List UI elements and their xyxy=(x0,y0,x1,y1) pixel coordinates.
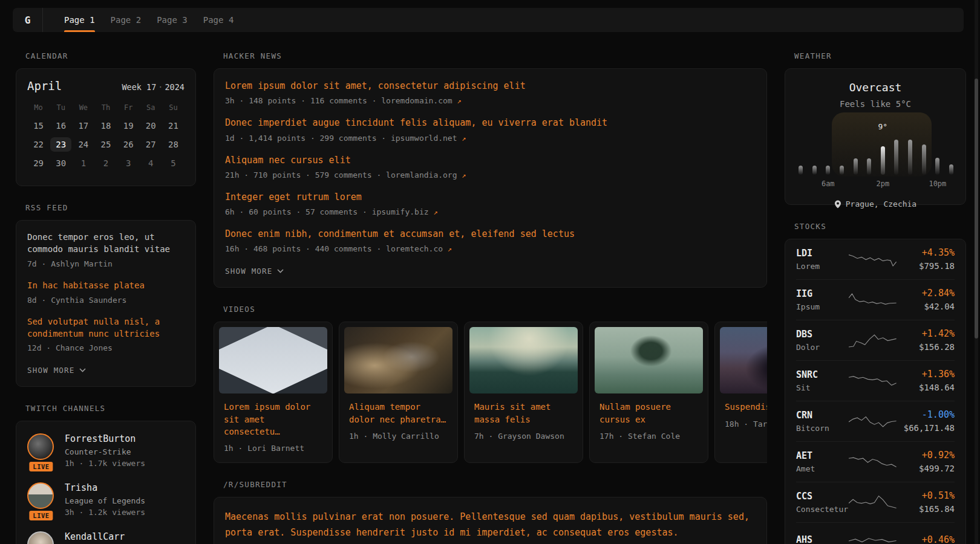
calendar-date-next-month[interactable]: 4 xyxy=(140,158,162,168)
video-card[interactable]: Nullam posuere cursus ex 17h · Stefan Co… xyxy=(589,322,708,463)
calendar-date[interactable]: 17 xyxy=(72,121,94,131)
calendar-date[interactable]: 29 xyxy=(27,158,50,168)
stock-row[interactable]: AET Amet +0.92% $499.72 xyxy=(796,442,955,482)
hn-item-title[interactable]: Donec imperdiet augue tincidunt felis al… xyxy=(225,117,756,129)
stocks-widget: LDI Lorem +4.35% $795.18 IIG Ipsum xyxy=(785,239,966,544)
stock-change: +2.84% xyxy=(897,288,955,299)
hn-item-source-link[interactable]: ipsumify.biz xyxy=(372,207,429,216)
calendar-grid: Mo Tu We Th Fr Sa Su 15 16 17 18 19 20 2… xyxy=(27,103,185,168)
stock-id: CCS Consectetur xyxy=(796,491,849,514)
video-card[interactable]: Lorem ipsum dolor sit amet consectetu… 1… xyxy=(214,322,333,463)
stock-price: $165.84 xyxy=(897,504,955,514)
calendar-date-next-month[interactable]: 1 xyxy=(72,158,94,168)
stock-id: CRN Bitcorn xyxy=(796,410,849,433)
calendar-date[interactable]: 21 xyxy=(162,121,185,131)
external-link-icon: ↗ xyxy=(457,97,462,105)
channel-name[interactable]: KendallCarr xyxy=(65,531,125,542)
video-meta: 7h · Grayson Dawson xyxy=(474,432,573,441)
calendar-date[interactable]: 19 xyxy=(117,121,140,131)
calendar-date[interactable]: 28 xyxy=(162,140,185,149)
hn-item-meta: 21h · 710 points · 579 comments · loreml… xyxy=(225,170,756,180)
left-column: CALENDAR April Week 17·2024 Mo Tu We Th … xyxy=(16,51,196,544)
tab-page-1[interactable]: Page 1 xyxy=(56,8,103,32)
hn-item-title[interactable]: Integer eget rutrum lorem xyxy=(225,191,756,204)
rss-item-meta: 8d · Cynthia Saunders xyxy=(27,296,185,305)
video-title[interactable]: Mauris sit amet massa felis xyxy=(474,401,573,426)
rss-item-title[interactable]: Donec tempor eros leo, ut commodo mauris… xyxy=(27,232,185,256)
hn-item-source-link[interactable]: loremtech.co xyxy=(386,244,443,253)
twitch-heading: TWITCH CHANNELS xyxy=(16,404,196,413)
video-card[interactable]: Suspendisse diam 18h · Tara xyxy=(714,322,767,463)
hn-item-title[interactable]: Donec enim nibh, condimentum et accumsan… xyxy=(225,228,756,241)
weather-condition: Overcast xyxy=(799,81,952,94)
app-logo[interactable]: G xyxy=(13,8,43,32)
video-title[interactable]: Lorem ipsum dolor sit amet consectetu… xyxy=(224,401,322,438)
rss-show-more-button[interactable]: SHOW MORE xyxy=(27,366,86,375)
video-thumbnail[interactable] xyxy=(595,327,703,393)
calendar-week-label: Week 17 xyxy=(122,82,156,92)
stock-row[interactable]: DBS Dolor +1.42% $156.28 xyxy=(796,320,955,361)
video-thumbnail[interactable] xyxy=(344,327,452,393)
stock-row[interactable]: CRN Bitcorn -1.00% $66,171.48 xyxy=(796,401,955,442)
channel-name[interactable]: ForrestBurton xyxy=(65,433,145,444)
stock-values: +2.84% $42.04 xyxy=(897,288,955,311)
calendar-date[interactable]: 26 xyxy=(117,140,140,149)
calendar-date-next-month[interactable]: 3 xyxy=(117,158,140,168)
calendar-date[interactable]: 22 xyxy=(27,140,50,149)
calendar-date[interactable]: 30 xyxy=(50,158,72,168)
video-card[interactable]: Mauris sit amet massa felis 7h · Grayson… xyxy=(464,322,583,463)
video-thumbnail[interactable] xyxy=(469,327,578,393)
reddit-post-title[interactable]: Maecenas mollis pulvinar erat non posuer… xyxy=(225,510,756,540)
rss-item-title[interactable]: Sed volutpat nulla nisl, a condimentum n… xyxy=(27,316,185,340)
twitch-channel-row[interactable]: LIVE Trisha League of Legends 3h · 1.2k … xyxy=(27,482,185,517)
hn-item-source-link[interactable]: ipsumworld.net xyxy=(391,134,457,143)
stock-name: Sit xyxy=(796,383,849,392)
calendar-date[interactable]: 20 xyxy=(140,121,162,131)
video-title[interactable]: Nullam posuere cursus ex xyxy=(599,401,698,426)
stock-row[interactable]: AHS +0.46% xyxy=(796,523,955,544)
video-card[interactable]: Aliquam tempor dolor nec pharetra… 1h · … xyxy=(339,322,458,463)
stock-row[interactable]: CCS Consectetur +0.51% $165.84 xyxy=(796,482,955,523)
rss-item-title[interactable]: In hac habitasse platea xyxy=(27,280,185,292)
calendar-date-next-month[interactable]: 5 xyxy=(162,158,185,168)
hn-item: Integer eget rutrum lorem 6h · 60 points… xyxy=(225,191,756,216)
subreddit-section: /R/SUBREDDIT Maecenas mollis pulvinar er… xyxy=(214,480,767,544)
calendar-date[interactable]: 16 xyxy=(50,121,72,131)
calendar-date[interactable]: 25 xyxy=(94,140,117,149)
video-thumbnail[interactable] xyxy=(219,327,327,393)
hn-show-more-button[interactable]: SHOW MORE xyxy=(225,267,284,276)
stock-row[interactable]: LDI Lorem +4.35% $795.18 xyxy=(796,239,955,280)
video-title[interactable]: Aliquam tempor dolor nec pharetra… xyxy=(349,401,448,426)
page-tabs: Page 1 Page 2 Page 3 Page 4 xyxy=(56,8,241,32)
twitch-channel-row[interactable]: KendallCarr xyxy=(27,531,185,544)
stock-change: +4.35% xyxy=(897,247,955,258)
video-meta: 1h · Lori Barnett xyxy=(224,444,322,453)
weather-location-text: Prague, Czechia xyxy=(846,199,916,209)
calendar-date-next-month[interactable]: 2 xyxy=(94,158,117,168)
scrollbar-thumb[interactable] xyxy=(975,79,978,338)
hackernews-section: HACKER NEWS Lorem ipsum dolor sit amet, … xyxy=(214,51,767,288)
twitch-channel-row[interactable]: LIVE ForrestBurton Counter-Strike 1h · 1… xyxy=(27,433,185,468)
video-title[interactable]: Suspendisse diam xyxy=(725,401,767,413)
calendar-date[interactable]: 15 xyxy=(27,121,50,131)
calendar-date[interactable]: 27 xyxy=(140,140,162,149)
calendar-date[interactable]: 24 xyxy=(72,140,94,149)
channel-name[interactable]: Trisha xyxy=(65,482,145,493)
hn-item-title[interactable]: Aliquam nec cursus elit xyxy=(225,154,756,167)
video-thumbnail[interactable] xyxy=(720,327,767,393)
hour-label: 2pm xyxy=(876,180,889,188)
tab-page-2[interactable]: Page 2 xyxy=(103,8,149,32)
hn-item-source-link[interactable]: loremdomain.com xyxy=(381,96,452,105)
calendar-date-selected[interactable]: 23 xyxy=(50,140,72,149)
stock-row[interactable]: IIG Ipsum +2.84% $42.04 xyxy=(796,280,955,320)
stock-change: +0.46% xyxy=(897,534,955,544)
tab-page-4[interactable]: Page 4 xyxy=(195,8,242,32)
stock-row[interactable]: SNRC Sit +1.36% $148.64 xyxy=(796,361,955,401)
videos-section: VIDEOS Lorem ipsum dolor sit amet consec… xyxy=(214,305,767,463)
hn-item-source-link[interactable]: loremlandia.org xyxy=(386,170,457,180)
tab-page-3[interactable]: Page 3 xyxy=(149,8,195,32)
calendar-date[interactable]: 18 xyxy=(94,121,117,131)
hn-item-title[interactable]: Lorem ipsum dolor sit amet, consectetur … xyxy=(225,80,756,92)
stocks-heading: STOCKS xyxy=(785,222,966,231)
weather-bar xyxy=(949,164,953,175)
